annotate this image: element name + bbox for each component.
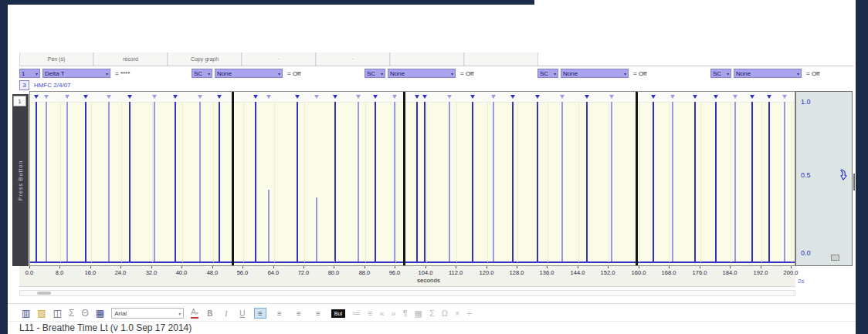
bullet-style-button[interactable]: Bul — [331, 309, 345, 318]
tab-4[interactable]: · — [242, 52, 316, 66]
align-center-button[interactable]: ≡ — [273, 308, 286, 319]
tab-6[interactable] — [390, 52, 464, 66]
gridline — [60, 102, 61, 262]
font-color-button[interactable]: A▾ — [191, 309, 198, 319]
italic-button[interactable]: I — [222, 309, 231, 318]
function-select[interactable]: None▾ — [561, 69, 629, 78]
print-icon[interactable]: ◫ — [53, 308, 62, 319]
divider-line — [8, 321, 856, 322]
tab-3[interactable]: Copy graph — [168, 52, 242, 66]
function-select[interactable]: None▾ — [215, 69, 283, 78]
multiply-icon[interactable]: × — [455, 309, 459, 319]
comment-marker-icon[interactable] — [447, 95, 452, 99]
sigma-icon[interactable]: Σ — [429, 309, 435, 319]
scale-pointer-icon[interactable] — [839, 169, 848, 184]
numbered-list-icon[interactable]: ≔ — [352, 309, 361, 319]
tab-2[interactable]: record — [93, 52, 168, 66]
comment-marker-icon[interactable] — [491, 95, 496, 99]
channel-select[interactable]: SC▾ — [537, 69, 558, 78]
axis-tick-label: 16.0 — [79, 269, 102, 276]
gridline — [395, 102, 396, 262]
comment-marker-number[interactable]: 3 — [19, 80, 29, 90]
comment-marker-icon[interactable] — [714, 95, 718, 99]
tab-5[interactable]: · — [316, 52, 390, 66]
paragraph-icon[interactable]: ¶ — [403, 309, 408, 319]
comment-marker-icon[interactable] — [253, 95, 258, 99]
comment-marker-icon[interactable] — [127, 95, 132, 99]
comment-marker-icon[interactable] — [392, 95, 397, 99]
table-icon[interactable]: ▦ — [96, 308, 104, 319]
comment-marker-icon[interactable] — [356, 95, 361, 99]
align-right-button[interactable]: ≡ — [293, 308, 305, 319]
clock-icon[interactable]: Θ — [81, 308, 88, 319]
scrollbar-thumb[interactable] — [37, 292, 51, 295]
function-select[interactable]: Delta T▾ — [42, 69, 110, 78]
channel-number-box[interactable]: 1 — [13, 96, 26, 106]
comment-marker-icon[interactable] — [107, 95, 111, 99]
save-icon[interactable]: ▥ — [22, 308, 30, 319]
outdent-icon[interactable]: « — [379, 309, 384, 319]
comment-marker-icon[interactable] — [44, 95, 49, 99]
function-select[interactable]: None▾ — [734, 69, 802, 78]
comment-marker-icon[interactable] — [173, 95, 178, 99]
tab-strip: Pen (s)recordCopy graph·· — [19, 52, 853, 66]
comment-marker-icon[interactable] — [34, 95, 39, 99]
comment-marker-icon[interactable] — [373, 95, 378, 99]
axis-tick-label: 96.0 — [383, 269, 406, 276]
function-group-3: SC▾None▾= Off — [364, 68, 473, 79]
comment-marker-icon[interactable] — [314, 95, 319, 99]
omega-icon[interactable]: Ω — [442, 309, 448, 319]
divide-icon[interactable]: ÷ — [466, 309, 471, 319]
comment-marker-icon[interactable] — [333, 95, 337, 99]
comment-marker-icon[interactable] — [560, 95, 565, 99]
channel-select[interactable]: SC▾ — [364, 69, 385, 78]
horizontal-scrollbar[interactable] — [19, 290, 795, 296]
channel-select[interactable]: SC▾ — [192, 69, 212, 78]
comment-marker-icon[interactable] — [733, 95, 737, 99]
comment-marker-icon[interactable] — [535, 95, 540, 99]
journal-text-line[interactable]: L11 - Breathe Time Lt (v 1.0 Sep 17 2014… — [19, 322, 192, 333]
comment-marker-icon[interactable] — [510, 95, 515, 99]
comment-marker-icon[interactable] — [217, 95, 222, 99]
comment-marker-icon[interactable] — [750, 95, 754, 99]
axis-tick — [700, 266, 700, 268]
channel-select[interactable]: SC▾ — [710, 69, 731, 78]
bold-button[interactable]: B — [205, 309, 215, 318]
font-select[interactable]: Arial ▾ — [111, 308, 184, 319]
comment-marker-icon[interactable] — [470, 95, 475, 99]
indent-icon[interactable]: » — [392, 309, 396, 319]
comment-marker-icon[interactable] — [651, 95, 656, 99]
channel-select[interactable]: 1▾ — [19, 69, 40, 78]
align-justify-button[interactable]: ≡ — [312, 308, 324, 319]
bullet-list-icon[interactable]: ≡ — [368, 309, 372, 319]
function-select[interactable]: None▾ — [388, 69, 456, 78]
underline-button[interactable]: U — [238, 309, 247, 318]
axis-tick-label: 0.0 — [18, 269, 41, 276]
comment-marker-icon[interactable] — [782, 95, 787, 99]
chevron-down-icon: ▾ — [196, 311, 198, 315]
chart-plot-area[interactable] — [29, 91, 795, 266]
comment-marker-icon[interactable] — [266, 95, 271, 99]
sum-icon[interactable]: Σ — [69, 308, 74, 319]
time-scale-note: 2s — [798, 278, 804, 285]
comment-marker-icon[interactable] — [295, 95, 300, 99]
tab-7[interactable] — [464, 52, 538, 66]
comment-marker-icon[interactable] — [767, 95, 771, 99]
comment-marker-icon[interactable] — [670, 95, 675, 99]
comment-marker-icon[interactable] — [693, 95, 697, 99]
tab-1[interactable]: Pen (s) — [19, 52, 93, 66]
align-left-button[interactable]: ≡ — [254, 308, 266, 319]
comment-marker-icon[interactable] — [422, 95, 427, 99]
pane-divider-handle[interactable] — [853, 174, 855, 191]
comment-marker-icon[interactable] — [198, 95, 202, 99]
comment-marker-icon[interactable] — [609, 95, 614, 99]
comment-marker-icon[interactable] — [83, 95, 88, 99]
comment-marker-icon[interactable] — [65, 95, 70, 99]
comment-marker-icon[interactable] — [152, 95, 157, 99]
channel-title-strip[interactable]: Press Button — [12, 94, 29, 266]
open-icon[interactable]: ▨ — [37, 308, 46, 319]
gridline — [456, 102, 457, 262]
comment-marker-icon[interactable] — [585, 95, 589, 99]
grid-icon[interactable]: ▦ — [415, 309, 422, 319]
comment-marker-icon[interactable] — [415, 95, 419, 99]
